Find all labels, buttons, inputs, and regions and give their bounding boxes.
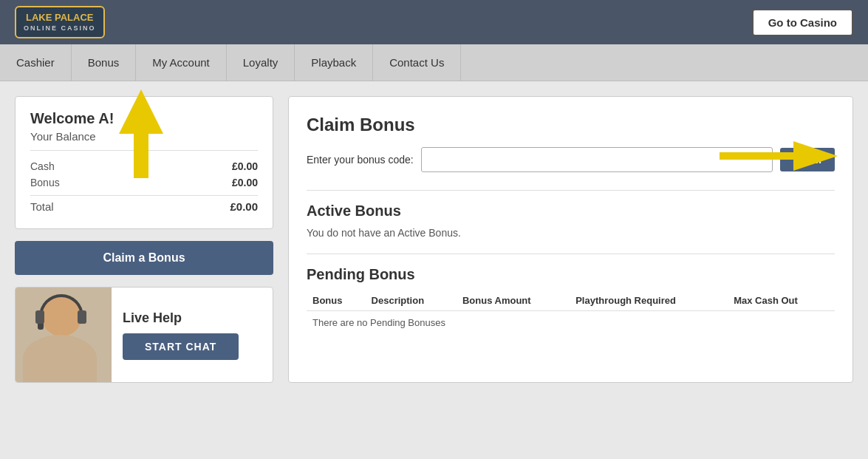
nav-playback[interactable]: Playback (295, 44, 373, 81)
live-help-title: Live Help (123, 310, 182, 326)
live-help-inner: Live Help START CHAT (16, 288, 273, 382)
col-description: Description (366, 290, 457, 311)
nav-my-account[interactable]: My Account (136, 44, 227, 81)
main-content: Welcome A! Your Balance Cash £0.00 Bonus… (0, 81, 868, 398)
table-row: There are no Pending Bonuses (307, 311, 835, 335)
claim-button[interactable]: Claim (780, 148, 835, 171)
table-body: There are no Pending Bonuses (307, 311, 835, 335)
logo-casino: ONLINE CASINO (24, 24, 96, 33)
bonus-code-input[interactable] (421, 147, 773, 172)
cash-label: Cash (30, 160, 55, 172)
table-header: Bonus Description Bonus Amount Playthrou… (307, 290, 835, 311)
pending-bonus-table: Bonus Description Bonus Amount Playthrou… (307, 290, 835, 334)
logo-lake: LAKE PALACE (24, 12, 96, 24)
cash-row: Cash £0.00 (30, 158, 258, 174)
no-active-bonus-text: You do not have an Active Bonus. (307, 227, 835, 239)
start-chat-button[interactable]: START CHAT (123, 333, 239, 360)
logo-box: LAKE PALACE ONLINE CASINO (15, 6, 105, 39)
bonus-code-row: Enter your bonus code: Claim (307, 147, 835, 172)
total-value: £0.00 (230, 200, 258, 213)
bonus-code-label: Enter your bonus code: (307, 154, 414, 166)
balance-card: Welcome A! Your Balance Cash £0.00 Bonus… (15, 96, 273, 229)
welcome-suffix: ! (109, 110, 115, 126)
live-help-card: Live Help START CHAT (15, 287, 273, 383)
header: LAKE PALACE ONLINE CASINO Go to Casino (0, 0, 868, 44)
col-playthrough: Playthrough Required (570, 290, 728, 311)
bonus-value: £0.00 (232, 177, 258, 188)
live-help-content: Live Help START CHAT (112, 303, 250, 367)
col-bonus-amount: Bonus Amount (457, 290, 570, 311)
pending-bonus-title: Pending Bonus (307, 266, 835, 283)
divider-1 (307, 190, 835, 191)
active-bonus-title: Active Bonus (307, 203, 835, 220)
claim-bonus-title: Claim Bonus (307, 115, 835, 135)
logo: LAKE PALACE ONLINE CASINO (15, 6, 105, 39)
nav-cashier[interactable]: Cashier (0, 44, 72, 81)
go-to-casino-button[interactable]: Go to Casino (752, 9, 853, 36)
bonus-row: Bonus £0.00 (30, 174, 258, 191)
welcome-heading: Welcome A! (30, 110, 258, 127)
nav-loyalty[interactable]: Loyalty (227, 44, 295, 81)
navigation: Cashier Bonus My Account Loyalty Playbac… (0, 44, 868, 81)
claim-a-bonus-button[interactable]: Claim a Bonus (15, 241, 273, 275)
right-panel: Claim Bonus Enter your bonus code: Claim… (288, 96, 853, 383)
nav-contact-us[interactable]: Contact Us (373, 44, 461, 81)
total-label: Total (30, 200, 54, 213)
total-row: Total £0.00 (30, 195, 258, 215)
col-bonus: Bonus (307, 290, 366, 311)
divider-2 (307, 254, 835, 254)
live-help-image (16, 287, 112, 383)
cash-value: £0.00 (232, 160, 258, 172)
col-max-cash-out: Max Cash Out (728, 290, 835, 311)
bonus-label: Bonus (30, 177, 60, 188)
your-balance-label: Your Balance (30, 130, 258, 151)
no-pending-text: There are no Pending Bonuses (307, 311, 835, 335)
nav-bonus[interactable]: Bonus (72, 44, 137, 81)
left-panel: Welcome A! Your Balance Cash £0.00 Bonus… (15, 96, 273, 383)
